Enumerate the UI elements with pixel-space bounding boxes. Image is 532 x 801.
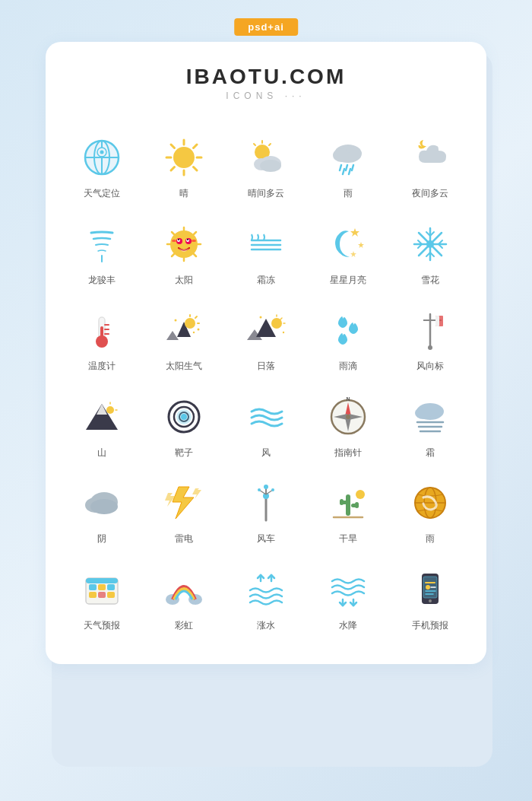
falling-water-icon — [324, 565, 372, 614]
icon-grid: 天气定位 晴 — [61, 122, 471, 641]
partly-cloudy-label: 晴间多云 — [248, 188, 284, 200]
rain2-icon — [406, 478, 454, 527]
list-item: 龙骏丰 — [61, 209, 143, 296]
list-item: 雨 — [307, 122, 389, 209]
target-icon — [160, 393, 208, 441]
moon-stars-icon — [324, 220, 372, 269]
lightning-icon — [160, 478, 208, 527]
svg-line-38 — [194, 232, 196, 234]
svg-text:N: N — [346, 396, 350, 402]
svg-rect-47 — [192, 240, 196, 242]
list-item: 风车 — [225, 468, 307, 555]
svg-line-37 — [194, 254, 196, 256]
svg-point-44 — [178, 239, 179, 240]
svg-point-125 — [264, 485, 268, 489]
tornado-icon — [78, 220, 126, 269]
svg-rect-46 — [172, 240, 176, 242]
sun-face-icon — [160, 220, 208, 269]
svg-point-110 — [415, 407, 432, 419]
svg-point-76 — [175, 319, 177, 322]
drought-label: 干旱 — [339, 533, 357, 545]
raindrops-label: 雨滴 — [339, 361, 357, 373]
svg-point-24 — [333, 148, 350, 162]
mobile-forecast-label: 手机预报 — [412, 620, 448, 632]
list-item: 日落 — [225, 295, 307, 382]
svg-point-101 — [181, 414, 187, 420]
svg-line-36 — [172, 232, 174, 234]
rain-icon — [324, 133, 372, 182]
fog-label: 霜 — [426, 447, 435, 459]
list-item: 天气定位 — [61, 122, 143, 209]
cloudy-label: 阴 — [97, 533, 106, 545]
thermometer-label: 温度计 — [88, 361, 116, 373]
svg-line-12 — [171, 145, 175, 148]
list-item: 风 — [225, 382, 307, 469]
list-item: 雷电 — [143, 468, 225, 555]
sunset-icon — [242, 306, 290, 354]
svg-point-91 — [428, 345, 432, 350]
svg-line-29 — [349, 169, 350, 174]
mountain-label: 山 — [97, 447, 106, 459]
wind-icon — [242, 393, 290, 441]
weather-location-label: 天气定位 — [84, 188, 120, 200]
svg-rect-140 — [89, 584, 97, 590]
svg-point-45 — [187, 239, 188, 240]
list-item: 霜 — [389, 382, 471, 469]
mountain-icon — [78, 393, 126, 441]
fog-icon — [406, 393, 454, 441]
svg-point-66 — [96, 335, 108, 348]
list-item: 手机预报 — [389, 555, 471, 641]
list-item: N 指南针 — [307, 382, 389, 469]
sunny-icon — [160, 133, 208, 182]
svg-point-134 — [356, 490, 365, 499]
weather-forecast-label: 天气预报 — [84, 620, 120, 632]
svg-point-165 — [426, 585, 430, 590]
list-item: 天气预报 — [61, 555, 143, 641]
frost-icon — [242, 220, 290, 269]
rain-label: 雨 — [344, 188, 353, 200]
svg-line-28 — [343, 169, 344, 174]
snowflake-icon — [406, 220, 454, 269]
svg-rect-146 — [86, 578, 118, 583]
night-cloudy-label: 夜间多云 — [412, 188, 448, 200]
lightning-label: 雷电 — [175, 533, 193, 545]
svg-line-27 — [352, 165, 353, 170]
svg-point-94 — [106, 406, 114, 414]
weather-forecast-icon — [78, 565, 126, 614]
compass-icon: N — [324, 393, 372, 441]
list-item: 涨水 — [225, 555, 307, 641]
svg-rect-144 — [98, 592, 106, 598]
site-subtitle: ICONS ··· — [61, 91, 471, 101]
svg-point-116 — [90, 499, 118, 514]
windmill-icon — [242, 478, 290, 527]
svg-marker-117 — [173, 487, 194, 519]
frost-label: 霜冻 — [257, 275, 275, 287]
list-item: 温度计 — [61, 295, 143, 382]
wind-vane-icon — [406, 306, 454, 354]
list-item: 太阳 — [143, 209, 225, 296]
sunny-haze-label: 太阳生气 — [166, 361, 202, 373]
svg-point-77 — [198, 329, 200, 331]
svg-line-15 — [171, 167, 175, 171]
thermometer-icon — [78, 306, 126, 354]
list-item: 靶子 — [143, 382, 225, 469]
svg-line-26 — [346, 165, 347, 170]
drought-icon — [324, 478, 372, 527]
site-title: IBAOTU.COM — [61, 65, 471, 89]
list-item: 雨 — [389, 468, 471, 555]
mobile-forecast-icon — [406, 565, 454, 614]
list-item: 晴间多云 — [225, 122, 307, 209]
svg-point-107 — [346, 415, 350, 419]
list-item: 阴 — [61, 468, 143, 555]
sunny-label: 晴 — [179, 188, 188, 200]
rainbow-label: 彩虹 — [175, 620, 193, 632]
svg-point-5 — [100, 151, 104, 154]
list-item: 太阳生气 — [143, 295, 225, 382]
svg-point-72 — [185, 318, 195, 329]
svg-rect-143 — [89, 592, 97, 598]
wind-label: 风 — [261, 447, 271, 459]
list-item: 霜冻 — [225, 209, 307, 296]
tornado-label: 龙骏丰 — [88, 275, 116, 287]
moon-stars-label: 星星月亮 — [330, 275, 366, 287]
svg-marker-93 — [97, 404, 107, 415]
